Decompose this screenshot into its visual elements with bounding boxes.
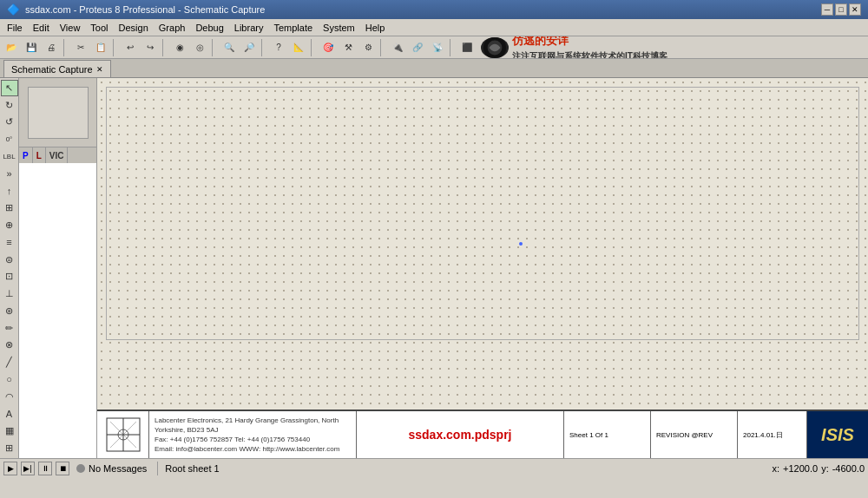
toolbar-button-0[interactable]: 📂 bbox=[2, 38, 21, 57]
project-name: ssdax.com.pdsprj bbox=[408, 428, 511, 442]
component-panel: P L VIC bbox=[19, 78, 97, 458]
toolbar-button-8[interactable]: ↪ bbox=[141, 38, 160, 57]
toolbar-button-4[interactable]: ✂ bbox=[71, 38, 90, 57]
status-text: No Messages bbox=[89, 463, 147, 474]
preview-thumbnail bbox=[28, 87, 89, 139]
menu-item-view[interactable]: View bbox=[55, 21, 86, 35]
junction-tool[interactable]: ⊕ bbox=[1, 217, 18, 233]
bus-tool[interactable]: ⊜ bbox=[1, 252, 18, 268]
company-line1: Labcenter Electronics, 21 Hardy Grange G… bbox=[155, 416, 351, 435]
toolbar-separator bbox=[311, 39, 316, 56]
label-tool[interactable]: LBL bbox=[1, 148, 18, 165]
comp-tab-l[interactable]: L bbox=[33, 147, 46, 163]
close-button[interactable]: ✕ bbox=[849, 3, 861, 16]
menu-item-tool[interactable]: Tool bbox=[85, 21, 113, 35]
rotate-cw-tool[interactable]: ↻ bbox=[1, 97, 18, 114]
title-bar-controls[interactable]: ─ □ ✕ bbox=[821, 3, 861, 16]
menu-item-edit[interactable]: Edit bbox=[28, 21, 55, 35]
toolbar-button-27[interactable]: ⬛ bbox=[457, 38, 477, 57]
sheet-name: Root sheet 1 bbox=[165, 463, 219, 474]
tb-sheet: Sheet 1 Of 1 bbox=[564, 411, 651, 458]
select-tool[interactable]: ↖ bbox=[1, 80, 18, 96]
stop-button[interactable]: ⏹ bbox=[56, 462, 69, 475]
up-tool[interactable]: ↑ bbox=[1, 183, 18, 200]
angle-tool[interactable]: 0° bbox=[1, 131, 18, 147]
maximize-button[interactable]: □ bbox=[835, 3, 847, 16]
menu-item-system[interactable]: System bbox=[318, 21, 360, 35]
coordinates: x: +1200.0 y: -4600.0 bbox=[772, 463, 865, 474]
brand-logo bbox=[481, 37, 509, 58]
menu-item-design[interactable]: Design bbox=[114, 21, 154, 35]
company-line2: Fax: +44 (0)1756 752857 Tel: +44 (0)1756… bbox=[155, 435, 351, 444]
coord-x-value: +1200.0 bbox=[783, 463, 818, 474]
toolbar-button-25[interactable]: 📡 bbox=[428, 38, 447, 57]
toolbar-button-5[interactable]: 📋 bbox=[91, 38, 110, 57]
comp-tab-vic[interactable]: VIC bbox=[46, 147, 69, 163]
toolbar-button-11[interactable]: ◎ bbox=[190, 38, 209, 57]
title-bar-left: 🔷 ssdax.com - Proteus 8 Professional - S… bbox=[7, 3, 265, 16]
subsheet-tool[interactable]: ⊡ bbox=[1, 268, 18, 285]
title-block: Labcenter Electronics, 21 Hardy Grange G… bbox=[97, 410, 868, 458]
toolbar-separator bbox=[212, 39, 217, 56]
sym2-tool[interactable]: ⊞ bbox=[1, 440, 18, 456]
menu-item-template[interactable]: Template bbox=[268, 21, 318, 35]
mirror-tool[interactable]: » bbox=[1, 166, 18, 182]
step-button[interactable]: ▶| bbox=[21, 462, 35, 475]
isis-logo-text: ISIS bbox=[821, 425, 854, 445]
brand-area: 仿逃的安详注注互联网与系统软件技术的IT科技博客 bbox=[481, 36, 667, 59]
toolbar-button-1[interactable]: 💾 bbox=[22, 38, 41, 57]
play-button[interactable]: ▶ bbox=[3, 462, 17, 475]
title-text: ssdax.com - Proteus 8 Professional - Sch… bbox=[25, 4, 265, 15]
menu-item-file[interactable]: File bbox=[2, 21, 28, 35]
toolbar-button-13[interactable]: 🔍 bbox=[220, 38, 239, 57]
text-tool[interactable]: A bbox=[1, 406, 18, 423]
toolbar-button-24[interactable]: 🔗 bbox=[408, 38, 427, 57]
sheet-label: Sheet 1 Of 1 bbox=[569, 431, 645, 439]
tb-revision: REVISION @REV bbox=[651, 411, 738, 458]
tb-date: 2021.4.01.日 bbox=[738, 411, 807, 458]
schematic-canvas[interactable] bbox=[97, 78, 868, 410]
tab-label: Schematic Capture bbox=[11, 64, 93, 75]
line-tool[interactable]: ╱ bbox=[1, 354, 18, 370]
menu-item-debug[interactable]: Debug bbox=[190, 21, 228, 35]
menu-item-help[interactable]: Help bbox=[360, 21, 391, 35]
toolbar-button-21[interactable]: ⚙ bbox=[358, 38, 378, 57]
preview-area bbox=[19, 78, 96, 147]
toolbar-separator bbox=[113, 39, 118, 56]
minimize-button[interactable]: ─ bbox=[821, 3, 833, 16]
menu-item-library[interactable]: Library bbox=[229, 21, 269, 35]
pause-button[interactable]: ⏸ bbox=[38, 462, 52, 475]
script-tool[interactable]: ⊗ bbox=[1, 337, 18, 353]
toolbar-button-23[interactable]: 🔌 bbox=[388, 38, 407, 57]
circle-tool[interactable]: ○ bbox=[1, 371, 18, 388]
toolbar-button-7[interactable]: ↩ bbox=[121, 38, 140, 57]
component-tool[interactable]: ⊞ bbox=[1, 200, 18, 216]
toolbar-button-19[interactable]: 🎯 bbox=[319, 38, 338, 57]
toolbar-separator bbox=[450, 39, 455, 56]
coord-y-label: y: bbox=[821, 463, 829, 474]
comp-tab-p[interactable]: P bbox=[19, 147, 33, 163]
wire-tool[interactable]: ≡ bbox=[1, 234, 18, 251]
rotate-ccw-tool[interactable]: ↺ bbox=[1, 115, 18, 131]
toolbar-button-20[interactable]: ⚒ bbox=[339, 38, 358, 57]
tab-close-button[interactable]: ✕ bbox=[96, 65, 103, 74]
toolbar-button-16[interactable]: ? bbox=[269, 38, 288, 57]
toolbar-separator bbox=[162, 39, 168, 56]
title-bar: 🔷 ssdax.com - Proteus 8 Professional - S… bbox=[0, 0, 868, 19]
toolbar-button-17[interactable]: 📐 bbox=[289, 38, 308, 57]
probe-tool[interactable]: ⊛ bbox=[1, 303, 18, 319]
power-tool[interactable]: ⊥ bbox=[1, 285, 18, 302]
schematic-tab[interactable]: Schematic Capture ✕ bbox=[3, 60, 111, 77]
revision-label: REVISION @REV bbox=[656, 431, 732, 439]
toolbar-button-14[interactable]: 🔎 bbox=[240, 38, 259, 57]
toolbar-button-10[interactable]: ◉ bbox=[170, 38, 189, 57]
component-list[interactable] bbox=[19, 163, 96, 458]
pencil-tool[interactable]: ✏ bbox=[1, 320, 18, 337]
menu-item-graph[interactable]: Graph bbox=[154, 21, 191, 35]
arc-tool[interactable]: ◠ bbox=[1, 389, 18, 405]
sym1-tool[interactable]: ▦ bbox=[1, 423, 18, 439]
toolbar-button-2[interactable]: 🖨 bbox=[42, 38, 61, 57]
tb-company-info: Labcenter Electronics, 21 Hardy Grange G… bbox=[149, 411, 357, 458]
menu-bar: FileEditViewToolDesignGraphDebugLibraryT… bbox=[0, 19, 868, 36]
left-sidebar: ↖↻↺0°LBL»↑⊞⊕≡⊜⊡⊥⊛✏⊗╱○◠A▦⊞ bbox=[0, 78, 19, 458]
